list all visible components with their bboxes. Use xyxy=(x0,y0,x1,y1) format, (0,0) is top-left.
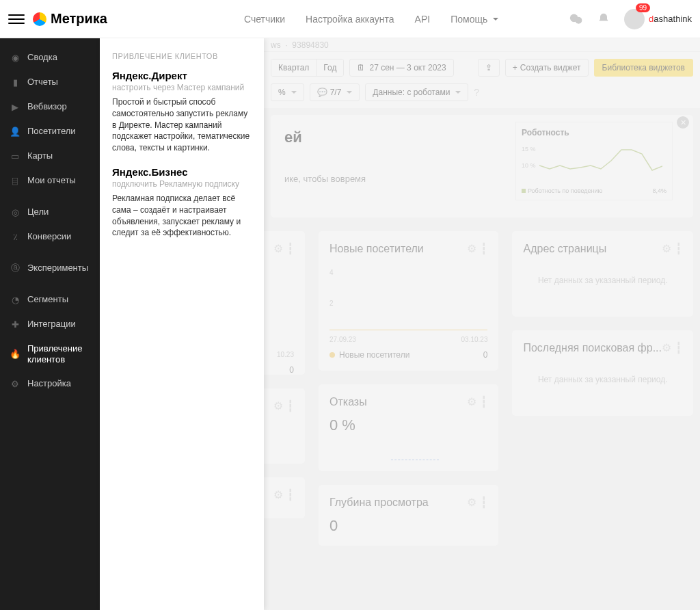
percent-select[interactable]: % xyxy=(271,83,304,101)
main-content: ws · 93894830 Квартал Год 🗓 27 сен — 3 о… xyxy=(264,38,700,610)
data-robots-select[interactable]: Данные: с роботами xyxy=(365,83,468,101)
sidebar-conversions[interactable]: ٪Конверсии xyxy=(0,224,100,249)
export-icon: ⇪ xyxy=(485,63,492,72)
drag-icon[interactable]: ┇ xyxy=(287,242,294,255)
gear-icon[interactable]: ⚙ xyxy=(662,341,671,354)
sidebar-visitors[interactable]: 👤Посетители xyxy=(0,119,100,144)
widget-new-visitors: Новые посетители ⚙┇ 4 2 27.09.2303.10.23… xyxy=(319,231,498,371)
nav-help[interactable]: Помощь xyxy=(450,14,498,25)
sidebar-myreports[interactable]: ⌸Мои отчеты xyxy=(0,168,100,193)
gear-icon[interactable]: ⚙ xyxy=(467,242,476,255)
screen-icon: ⌸ xyxy=(10,175,21,186)
ab-icon: ⓐ xyxy=(10,263,21,274)
chat-icon[interactable] xyxy=(569,12,583,26)
map-icon: ▭ xyxy=(10,150,21,161)
toolbar-row-2: % 💬7/7 Данные: с роботами ? xyxy=(264,83,700,108)
sidebar-integrations[interactable]: ✚Интеграции xyxy=(0,312,100,336)
sidebar-segments[interactable]: ◔Сегменты xyxy=(0,287,100,312)
widget-partial-3: ⚙┇ xyxy=(264,477,305,518)
close-icon[interactable]: ✕ xyxy=(677,116,689,129)
sidebar-summary[interactable]: ◉Сводка xyxy=(0,45,100,70)
sidebar-settings[interactable]: ⚙Настройка xyxy=(0,371,100,396)
hero-banner: ✕ ей ике, чтобы вовремя Роботность 15 % … xyxy=(271,115,693,217)
logo[interactable]: Метрика xyxy=(33,11,107,27)
nav-api[interactable]: API xyxy=(415,14,431,25)
plus-icon: + xyxy=(513,63,517,72)
gear-icon[interactable]: ⚙ xyxy=(273,399,283,412)
sidebar: ◉Сводка ▮Отчеты ▶Вебвизор 👤Посетители ▭К… xyxy=(0,38,100,610)
widget-title: Глубина просмотра xyxy=(329,496,467,509)
toolbar-row-1: Квартал Год 🗓 27 сен — 3 окт 2023 ⇪ +Соз… xyxy=(264,52,700,83)
widget-library-button[interactable]: Библиотека виджетов xyxy=(594,59,693,77)
chart-area: 4 2 xyxy=(329,269,487,330)
user-menu[interactable]: 99 dashathink xyxy=(624,9,692,29)
header-right: 99 dashathink xyxy=(569,9,692,29)
bounce-value: 0 % xyxy=(329,416,487,434)
gear-icon[interactable]: ⚙ xyxy=(467,395,476,408)
sidebar-experiments[interactable]: ⓐЭксперименты xyxy=(0,256,100,280)
sidebar-maps[interactable]: ▭Карты xyxy=(0,144,100,168)
date-range-picker[interactable]: 🗓 27 сен — 3 окт 2023 xyxy=(349,59,453,77)
period-year[interactable]: Год xyxy=(317,59,343,76)
gauge-icon: ◉ xyxy=(10,52,21,63)
gear-icon: ⚙ xyxy=(10,378,21,389)
depth-value: 0 xyxy=(329,517,487,535)
create-widget-button[interactable]: +Создать виджет xyxy=(505,59,589,77)
sidebar-reports[interactable]: ▮Отчеты xyxy=(0,70,100,94)
mini-chart-value: 8,4% xyxy=(652,187,667,194)
bars-icon: ▮ xyxy=(10,77,21,88)
drag-icon[interactable]: ┇ xyxy=(481,496,487,509)
period-quarter[interactable]: Квартал xyxy=(271,59,317,76)
flyout-direct-heading: Яндекс.Директ xyxy=(112,70,252,81)
gear-icon[interactable]: ⚙ xyxy=(662,242,671,255)
widget-partial-2: ⚙┇ xyxy=(264,388,305,464)
export-button[interactable]: ⇪ xyxy=(478,59,500,77)
sidebar-goals[interactable]: ◎Цели xyxy=(0,200,100,224)
username: dashathink xyxy=(649,14,692,24)
gear-icon[interactable]: ⚙ xyxy=(273,488,283,501)
sparkline xyxy=(391,447,439,460)
comment-icon: 💬 xyxy=(317,88,327,97)
sidebar-webvisor[interactable]: ▶Вебвизор xyxy=(0,94,100,119)
hamburger-menu-icon[interactable] xyxy=(8,11,25,27)
nodata-text: Нет данных за указанный период. xyxy=(523,354,682,405)
bell-icon[interactable] xyxy=(597,12,610,26)
widget-page-address: Адрес страницы ⚙┇ Нет данных за указанны… xyxy=(512,231,693,317)
gear-icon[interactable]: ⚙ xyxy=(467,496,476,509)
pie-icon: ◔ xyxy=(10,294,21,305)
drag-icon[interactable]: ┇ xyxy=(675,242,682,255)
robotness-mini-chart: Роботность 15 % 10 % Роботность по повед… xyxy=(515,122,673,200)
nav-account[interactable]: Настройка аккаунта xyxy=(306,14,394,25)
help-icon[interactable]: ? xyxy=(474,87,479,98)
gear-icon[interactable]: ⚙ xyxy=(273,242,283,255)
puzzle-icon: ✚ xyxy=(10,319,21,330)
logo-text: Метрика xyxy=(51,11,107,27)
drag-icon[interactable]: ┇ xyxy=(675,341,682,354)
drag-icon[interactable]: ┇ xyxy=(481,395,487,408)
flyout-direct-sub: настроить через Мастер кампаний xyxy=(112,83,252,92)
widget-search-phrase: Последняя поисковая фр... ⚙┇ Нет данных … xyxy=(512,330,693,416)
period-toggle: Квартал Год xyxy=(271,59,344,77)
flame-icon: 🔥 xyxy=(10,349,21,360)
drag-icon[interactable]: ┇ xyxy=(481,242,487,255)
top-nav: Счетчики Настройка аккаунта API Помощь xyxy=(244,14,498,25)
date-range-text: 27 сен — 3 окт 2023 xyxy=(369,63,446,72)
flyout-title: ПРИВЛЕЧЕНИЕ КЛИЕНТОВ xyxy=(112,52,252,60)
widget-partial-1: ⚙┇ 10.23 0 xyxy=(264,231,305,375)
sidebar-acquisition[interactable]: 🔥Привлечение клиентов xyxy=(0,336,100,371)
flyout-direct-desc: Простой и быстрый способ самостоятельно … xyxy=(112,96,252,154)
widget-bounce: Отказы ⚙┇ 0 % xyxy=(319,384,498,471)
legend-dot-icon xyxy=(329,352,335,358)
flyout-direct[interactable]: Яндекс.Директ настроить через Мастер кам… xyxy=(112,70,252,154)
drag-icon[interactable]: ┇ xyxy=(287,399,294,412)
widgets-grid: ⚙┇ 10.23 0 ⚙┇ ⚙┇ Новые посетители xyxy=(264,224,700,553)
comments-select[interactable]: 💬7/7 xyxy=(310,83,360,101)
target-icon: ◎ xyxy=(10,207,21,217)
flyout-business[interactable]: Яндекс.Бизнес подключить Рекламную подпи… xyxy=(112,166,252,239)
drag-icon[interactable]: ┇ xyxy=(287,488,294,501)
counter-id: 93894830 xyxy=(292,40,328,50)
header: Метрика Счетчики Настройка аккаунта API … xyxy=(0,0,700,38)
nav-counters[interactable]: Счетчики xyxy=(244,14,285,25)
play-icon: ▶ xyxy=(10,101,21,112)
logo-icon xyxy=(33,12,46,26)
